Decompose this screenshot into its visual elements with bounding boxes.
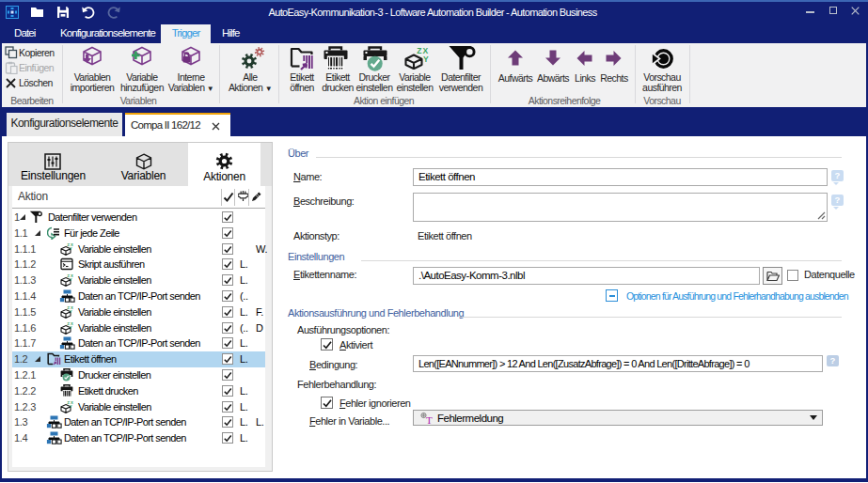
svg-text:Y: Y (423, 55, 429, 64)
svg-text:T: T (426, 414, 433, 425)
svg-text:Z: Z (417, 46, 421, 55)
